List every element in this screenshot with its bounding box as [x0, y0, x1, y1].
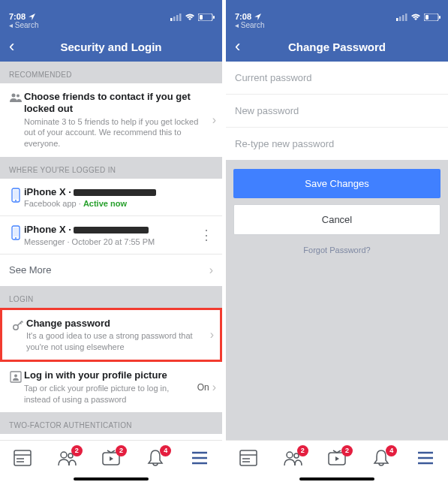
- svg-rect-2: [176, 15, 179, 21]
- device-name: iPhone X ·: [24, 224, 194, 236]
- signal-icon: [396, 14, 407, 21]
- status-time: 7:08: [235, 12, 251, 21]
- tab-menu[interactable]: [413, 447, 437, 468]
- key-icon: [10, 318, 26, 331]
- tab-friends[interactable]: 2: [281, 447, 305, 468]
- row-see-more[interactable]: See More ›: [0, 255, 222, 286]
- svg-rect-10: [14, 190, 19, 199]
- battery-icon: [198, 14, 215, 21]
- tab-friends[interactable]: 2: [55, 447, 79, 468]
- nav-bar: ‹ Security and Login: [0, 32, 222, 62]
- save-changes-button[interactable]: Save Changes: [233, 169, 440, 198]
- toggle-state: On: [197, 382, 209, 393]
- row-change-password[interactable]: Change password It's a good idea to use …: [0, 308, 222, 363]
- badge: 2: [341, 445, 353, 456]
- nav-bar: ‹ Change Password: [226, 32, 448, 62]
- home-indicator: [226, 474, 448, 488]
- more-icon[interactable]: ⋮: [197, 227, 216, 243]
- friends-icon: [8, 91, 24, 103]
- device-name: iPhone X ·: [24, 186, 213, 198]
- back-to-search[interactable]: ◂ Search: [226, 21, 448, 32]
- chevron-right-icon: ›: [212, 113, 216, 127]
- tab-bar: 2 2 4: [0, 440, 222, 474]
- svg-point-17: [14, 375, 17, 378]
- row-subtitle: Tap or click your profile picture to log…: [24, 383, 194, 405]
- svg-rect-33: [439, 16, 440, 19]
- tab-menu[interactable]: [188, 447, 212, 468]
- screen-change-password: 7:08 ◂ Search ‹ Change Password Save Cha…: [226, 0, 448, 488]
- tab-bar: 2 2 4: [226, 440, 448, 474]
- new-password-field[interactable]: [226, 95, 448, 128]
- chevron-right-icon: ›: [210, 328, 214, 342]
- phone-icon: [8, 186, 24, 203]
- chevron-right-icon: ›: [209, 264, 213, 277]
- svg-point-8: [17, 95, 20, 98]
- section-header-logged-in: WHERE YOU'RE LOGGED IN: [0, 157, 222, 179]
- battery-icon: [424, 14, 440, 21]
- svg-rect-18: [14, 450, 31, 465]
- signal-icon: [170, 14, 182, 21]
- svg-rect-6: [200, 15, 203, 20]
- tab-watch[interactable]: 2: [325, 447, 349, 468]
- tab-notifications[interactable]: 4: [143, 447, 167, 468]
- svg-rect-34: [425, 15, 428, 20]
- row-choose-friends[interactable]: Choose friends to contact if you get loc…: [0, 83, 222, 157]
- svg-point-15: [14, 324, 18, 329]
- location-arrow-icon: [254, 14, 261, 20]
- tab-newsfeed[interactable]: [236, 447, 260, 468]
- row-title: Log in with your profile picture: [24, 369, 194, 381]
- location-arrow-icon: [29, 14, 35, 20]
- phone-icon: [8, 224, 24, 240]
- section-header-login: LOGIN: [0, 286, 222, 308]
- status-bar: 7:08: [226, 0, 448, 21]
- svg-rect-3: [179, 14, 182, 21]
- svg-rect-5: [213, 16, 215, 19]
- current-password-field[interactable]: [226, 62, 448, 95]
- forgot-password-link[interactable]: Forgot Password?: [226, 235, 448, 265]
- svg-rect-35: [240, 450, 257, 465]
- svg-rect-31: [405, 14, 407, 21]
- wifi-icon: [185, 14, 195, 21]
- badge: 4: [386, 445, 397, 456]
- tab-notifications[interactable]: 4: [369, 447, 393, 468]
- svg-point-39: [287, 452, 293, 458]
- tab-watch[interactable]: 2: [99, 447, 123, 468]
- back-button[interactable]: ‹: [226, 37, 249, 56]
- svg-point-14: [15, 237, 17, 239]
- svg-rect-13: [14, 227, 19, 236]
- tab-newsfeed[interactable]: [11, 447, 35, 468]
- device-meta: Messenger · October 20 at 7:55 PM: [24, 237, 194, 246]
- section-header-recommended: RECOMMENDED: [0, 62, 222, 83]
- row-title: Change password: [26, 318, 207, 330]
- svg-rect-30: [402, 15, 404, 21]
- row-subtitle: It's a good idea to use a strong passwor…: [26, 330, 207, 353]
- retype-password-field[interactable]: [226, 128, 448, 160]
- profile-picture-icon: [8, 369, 24, 383]
- row-title: Choose friends to contact if you get loc…: [24, 91, 209, 116]
- back-button[interactable]: ‹: [0, 37, 23, 56]
- password-form: [226, 62, 448, 160]
- row-device-2[interactable]: iPhone X · Messenger · October 20 at 7:5…: [0, 216, 222, 254]
- row-profile-picture-login[interactable]: Log in with your profile picture Tap or …: [0, 362, 222, 412]
- badge: 2: [116, 445, 127, 456]
- page-title: Change Password: [226, 41, 448, 53]
- svg-point-22: [61, 452, 67, 458]
- chevron-right-icon: ›: [212, 381, 216, 394]
- svg-point-7: [12, 94, 16, 98]
- screen-security-login: 7:08 ◂ Search ‹ Security and Login RECOM…: [0, 0, 222, 488]
- cancel-button[interactable]: Cancel: [233, 204, 440, 235]
- row-device-1[interactable]: iPhone X · Facebook app · Active now: [0, 179, 222, 216]
- page-title: Security and Login: [0, 41, 222, 53]
- row-subtitle: Nominate 3 to 5 friends to help if you g…: [24, 116, 209, 150]
- status-bar: 7:08: [0, 0, 222, 21]
- badge: 2: [71, 445, 83, 456]
- home-indicator: [0, 474, 222, 488]
- svg-point-11: [15, 200, 17, 201]
- wifi-icon: [410, 14, 421, 21]
- badge: 4: [160, 445, 171, 456]
- badge: 2: [297, 445, 308, 456]
- section-header-two-factor: TWO-FACTOR AUTHENTICATION: [0, 412, 222, 434]
- row-two-factor[interactable]: Use two-factor authentication Log in wit…: [0, 434, 222, 440]
- device-meta: Facebook app · Active now: [24, 199, 213, 208]
- back-to-search[interactable]: ◂ Search: [0, 21, 222, 32]
